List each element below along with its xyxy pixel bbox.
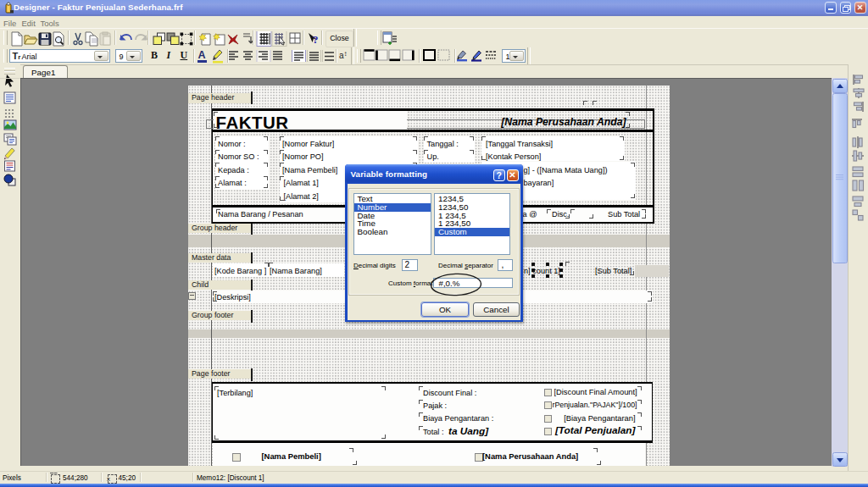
svg-text:?: ? bbox=[313, 33, 319, 46]
